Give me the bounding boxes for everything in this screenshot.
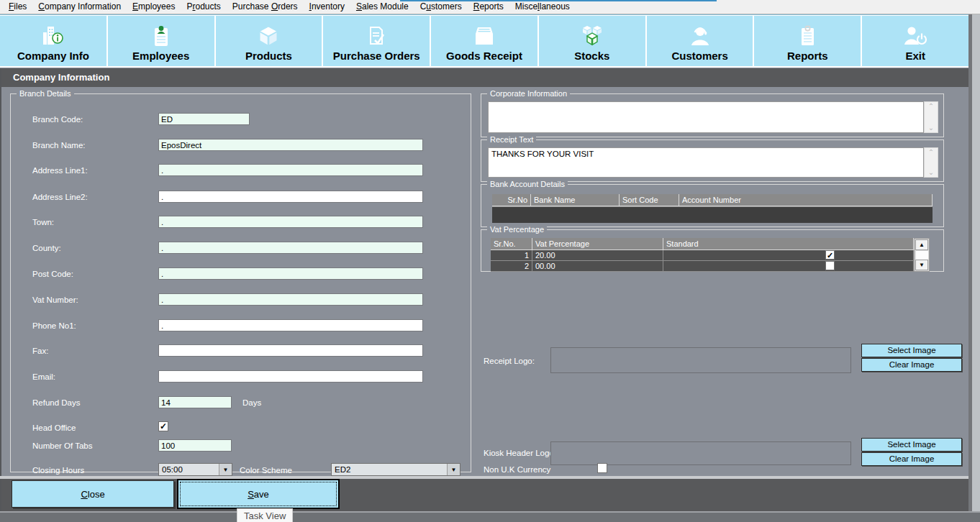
- kiosk-logo-select-image-button[interactable]: Select Image: [861, 438, 962, 452]
- county-label: County:: [32, 242, 61, 254]
- employees-icon: [149, 23, 173, 49]
- toolbar-stocks-button[interactable]: Stocks: [539, 16, 645, 66]
- corporate-information-textarea[interactable]: [488, 101, 924, 133]
- menu-item-products[interactable]: Products: [181, 0, 226, 14]
- address-line2-input[interactable]: [158, 191, 423, 203]
- head-office-checkbox[interactable]: ✓: [158, 421, 168, 431]
- stocks-icon: [579, 23, 605, 49]
- fax-input[interactable]: [158, 344, 423, 357]
- menu-item-miscellaneous[interactable]: Miscellaneous: [509, 0, 576, 14]
- toolbar-stocks-label: Stocks: [574, 49, 609, 63]
- scroll-up-arrow-icon[interactable]: ▲: [915, 239, 928, 250]
- menu-item-reports[interactable]: Reports: [468, 0, 509, 14]
- vat-number-label: Vat Number:: [32, 294, 78, 306]
- toolbar-reports-label: Reports: [787, 49, 828, 63]
- receipt-text-scrollbar[interactable]: ⌃ ⌄: [924, 147, 938, 178]
- kiosk-header-logo-image-box: [550, 441, 851, 465]
- color-scheme-label: Color Scheme: [240, 464, 292, 476]
- branch-details-group: Branch Details Branch Code: Branch Name:…: [10, 93, 471, 472]
- menu-item-customers[interactable]: Customers: [414, 0, 468, 14]
- vat-table-scrollbar[interactable]: ▲ ▼: [914, 238, 930, 272]
- vat-standard-checkbox[interactable]: [825, 261, 835, 270]
- bank-col-bank-name: Bank Name: [531, 194, 620, 206]
- refund-days-suffix: Days: [242, 397, 261, 408]
- kiosk-logo-clear-image-button[interactable]: Clear Image: [861, 452, 962, 466]
- toolbar-company-info-button[interactable]: Company Info: [0, 16, 106, 66]
- window-vertical-scrollbar[interactable]: [968, 14, 980, 522]
- close-button[interactable]: Close: [12, 480, 174, 508]
- town-input[interactable]: [158, 216, 423, 228]
- color-scheme-dropdown-arrow-icon[interactable]: ▼: [447, 464, 460, 475]
- menu-bar: Files Company Information Employees Prod…: [0, 0, 980, 14]
- toolbar-customers-label: Customers: [671, 49, 727, 63]
- receipt-logo-select-image-button[interactable]: Select Image: [861, 344, 962, 357]
- branch-name-input[interactable]: [158, 139, 423, 151]
- refund-days-input[interactable]: [158, 396, 232, 408]
- toolbar-purchase-orders-button[interactable]: Purchase Orders: [323, 16, 430, 66]
- post-code-input[interactable]: [158, 267, 423, 280]
- kiosk-header-logo-label: Kiosk Header Logo:: [484, 447, 556, 459]
- phone-no1-input[interactable]: [158, 319, 423, 331]
- county-input[interactable]: [158, 242, 423, 254]
- vat-col-percentage: Vat Percentage: [532, 238, 663, 249]
- scroll-down-icon[interactable]: ⌄: [928, 168, 934, 177]
- bank-table-header-row: Sr.No Bank Name Sort Code Account Number: [492, 194, 933, 206]
- save-button-focus-outline: [180, 482, 337, 506]
- non-uk-currency-checkbox[interactable]: [597, 463, 607, 473]
- vat-table-header-row: Sr.No. Vat Percentage Standard: [491, 238, 914, 250]
- vat-table-row[interactable]: 1 20.00 ✓: [491, 250, 914, 261]
- closing-hours-select[interactable]: 05:00 ▼: [158, 463, 232, 476]
- vat-col-srno: Sr.No.: [491, 238, 532, 249]
- corporate-information-scrollbar[interactable]: ⌃ ⌄: [924, 101, 938, 133]
- menu-item-company-information[interactable]: Company Information: [32, 0, 127, 14]
- bank-table-empty-row[interactable]: [492, 206, 933, 207]
- scroll-down-arrow-icon[interactable]: ▼: [915, 260, 928, 270]
- color-scheme-select[interactable]: ED2 ▼: [331, 463, 460, 476]
- goods-receipt-icon: [471, 23, 497, 49]
- number-of-tabs-label: Number Of Tabs: [32, 440, 93, 452]
- toolbar-customers-button[interactable]: Customers: [647, 16, 753, 66]
- scroll-up-icon[interactable]: ⌃: [928, 102, 934, 111]
- toolbar-products-button[interactable]: Products: [216, 16, 322, 66]
- menu-item-purchase-orders[interactable]: Purchase Orders: [227, 0, 304, 14]
- menu-item-employees[interactable]: Employees: [127, 0, 181, 14]
- receipt-text-textarea[interactable]: THANKS FOR YOUR VISIT: [488, 147, 924, 178]
- closing-hours-dropdown-arrow-icon[interactable]: ▼: [219, 464, 232, 475]
- page-title: Company Information: [1, 68, 968, 87]
- bank-account-details-group-label: Bank Account Details: [487, 180, 568, 189]
- toolbar-goods-receipt-button[interactable]: Goods Receipt: [431, 16, 537, 66]
- number-of-tabs-input[interactable]: [158, 439, 232, 452]
- address-line1-input[interactable]: [158, 164, 423, 176]
- vat-number-input[interactable]: [158, 293, 423, 306]
- receipt-logo-label: Receipt Logo:: [484, 355, 535, 367]
- bank-account-table: Sr.No Bank Name Sort Code Account Number: [492, 194, 933, 223]
- toolbar-employees-label: Employees: [132, 49, 189, 63]
- taskbar-strip: [0, 511, 980, 522]
- toolbar-purchase-orders-label: Purchase Orders: [333, 49, 420, 63]
- task-view-tooltip: Task View: [237, 508, 293, 522]
- company-info-icon: [41, 23, 65, 49]
- toolbar-exit-button[interactable]: Exit: [862, 16, 968, 66]
- window-top-accent: [400, 0, 717, 1]
- vat-standard-checkbox[interactable]: ✓: [825, 250, 835, 260]
- purchase-orders-icon: [364, 23, 389, 49]
- fax-label: Fax:: [32, 345, 48, 357]
- save-button[interactable]: Save: [177, 479, 340, 509]
- branch-code-input[interactable]: [158, 113, 250, 125]
- toolbar-products-label: Products: [245, 49, 292, 63]
- scroll-up-icon[interactable]: ⌃: [928, 148, 934, 157]
- toolbar-exit-label: Exit: [905, 49, 925, 63]
- exit-icon: [902, 23, 928, 49]
- closing-hours-label: Closing Hours: [32, 464, 84, 476]
- scroll-down-icon[interactable]: ⌄: [928, 124, 934, 132]
- receipt-logo-clear-image-button[interactable]: Clear Image: [861, 358, 962, 372]
- email-input[interactable]: [158, 370, 423, 383]
- vat-table-row[interactable]: 2 00.00: [491, 261, 914, 272]
- toolbar-goods-receipt-label: Goods Receipt: [446, 49, 522, 63]
- toolbar-reports-button[interactable]: Reports: [754, 16, 861, 66]
- menu-item-sales-module[interactable]: Sales Module: [350, 0, 414, 14]
- menu-item-inventory[interactable]: Inventory: [304, 0, 350, 14]
- receipt-logo-image-box: [550, 347, 851, 373]
- toolbar-employees-button[interactable]: Employees: [108, 16, 214, 66]
- menu-item-files[interactable]: Files: [3, 0, 32, 14]
